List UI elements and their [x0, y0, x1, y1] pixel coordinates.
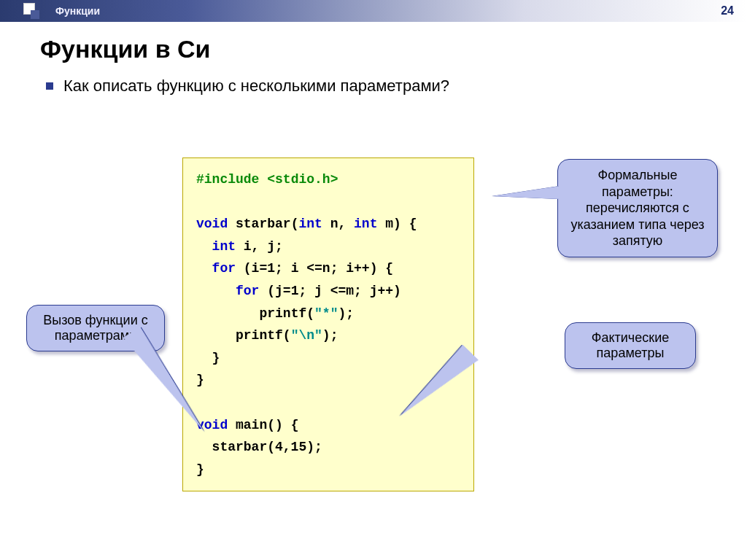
code-token: int: [354, 217, 377, 231]
code-block: #include <stdio.h> void starbar(int n, i…: [182, 158, 474, 491]
code-token: <stdio.h>: [267, 172, 338, 187]
code-token: int: [298, 217, 322, 231]
code-token: int: [212, 239, 236, 254]
breadcrumb: Функции: [55, 5, 100, 17]
code-token: );: [322, 328, 338, 343]
logo-squares-icon: [23, 3, 41, 20]
code-token: (j=1; j <=m; j++): [259, 284, 400, 298]
callout-text: Фактические параметры: [592, 330, 669, 360]
code-token: }: [196, 462, 204, 477]
code-token: for: [236, 284, 259, 298]
code-token: "*": [314, 306, 338, 321]
code-token: printf(: [259, 306, 314, 321]
callout-text: Формальные параметры: перечисляются с ук…: [570, 168, 704, 248]
callout-actual-params: Фактические параметры: [565, 322, 696, 369]
code-token: );: [338, 306, 354, 321]
content: Функции в Си Как описать функцию с неско…: [0, 22, 747, 96]
code-token: printf(: [236, 328, 291, 343]
code-token: (i=1; i <=n; i++) {: [236, 261, 393, 276]
code-token: }: [196, 373, 204, 387]
slide-number: 24: [721, 4, 734, 18]
code-token: m) {: [377, 217, 417, 231]
topbar: Функции 24: [0, 0, 747, 22]
code-token: main() {: [228, 418, 298, 432]
bullet-text: Как описать функцию с несколькими параме…: [63, 77, 449, 96]
code-token: "\n": [291, 328, 322, 343]
code-token: i, j;: [236, 239, 283, 254]
callout-formal-params: Формальные параметры: перечисляются с ук…: [557, 159, 718, 257]
callout-function-call: Вызов функции с параметрами: [26, 305, 165, 351]
code-token: }: [212, 351, 220, 365]
code-token: starbar(: [228, 217, 298, 231]
bullet-item: Как описать функцию с несколькими параме…: [46, 77, 707, 96]
code-token: void: [196, 217, 228, 231]
code-token: starbar(4,15);: [196, 440, 322, 454]
callout-tail-icon: [492, 186, 560, 199]
code-token: for: [212, 261, 236, 276]
bullet-square-icon: [46, 82, 53, 90]
code-token: n,: [322, 217, 354, 231]
page-title: Функции в Си: [40, 35, 707, 63]
code-token: #include: [196, 172, 259, 187]
